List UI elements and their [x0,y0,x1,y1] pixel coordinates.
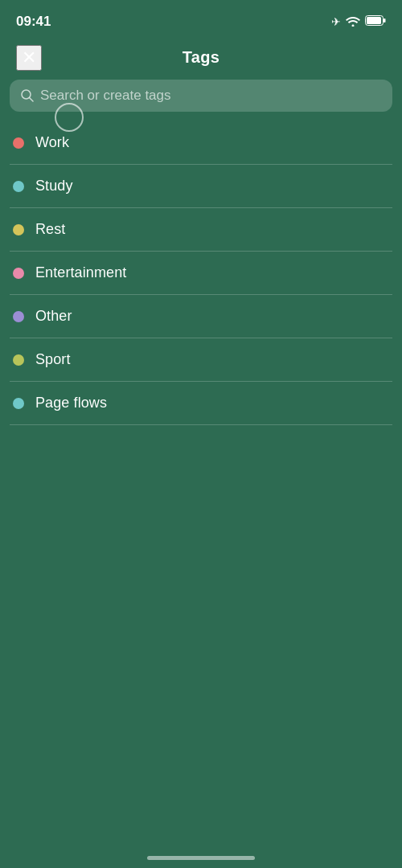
search-icon [21,89,34,102]
tag-dot-page-flows [13,398,24,409]
tag-item-entertainment[interactable]: Entertainment [10,252,392,295]
tag-label-page-flows: Page flows [35,395,107,411]
svg-rect-1 [367,17,381,24]
status-icons: ✈ [331,15,386,29]
svg-point-3 [22,90,31,99]
tag-list: WorkStudyRestEntertainmentOtherSportPage… [0,121,402,425]
tag-label-work: Work [35,134,69,151]
tag-item-rest[interactable]: Rest [10,208,392,252]
tag-dot-rest [13,224,24,235]
svg-line-4 [30,98,33,101]
page-title: Tags [183,48,219,67]
tag-item-other[interactable]: Other [10,295,392,338]
tag-dot-entertainment [13,268,24,279]
close-icon: ✕ [22,49,36,67]
svg-rect-2 [384,18,386,23]
tag-dot-study [13,181,24,192]
tag-dot-other [13,311,24,322]
tag-label-study: Study [35,178,73,194]
status-time: 09:41 [16,14,51,30]
tag-dot-work [13,137,24,149]
tag-label-rest: Rest [35,221,65,238]
search-container: Search or create tags [0,80,402,121]
search-bar[interactable]: Search or create tags [10,80,392,112]
battery-icon [365,15,386,28]
page-header: ✕ Tags [0,40,402,80]
tag-label-entertainment: Entertainment [35,264,126,281]
wifi-icon [346,15,360,29]
search-placeholder[interactable]: Search or create tags [40,88,381,104]
status-bar: 09:41 ✈ [0,0,402,40]
tag-label-sport: Sport [35,351,71,368]
tag-item-page-flows[interactable]: Page flows [10,382,392,425]
home-indicator [147,856,255,860]
tag-item-sport[interactable]: Sport [10,338,392,382]
tag-item-work[interactable]: Work [10,121,392,165]
close-button[interactable]: ✕ [16,45,42,71]
tag-dot-sport [13,354,24,366]
airplane-icon: ✈ [331,15,341,28]
tag-label-other: Other [35,308,72,325]
tag-item-study[interactable]: Study [10,165,392,208]
